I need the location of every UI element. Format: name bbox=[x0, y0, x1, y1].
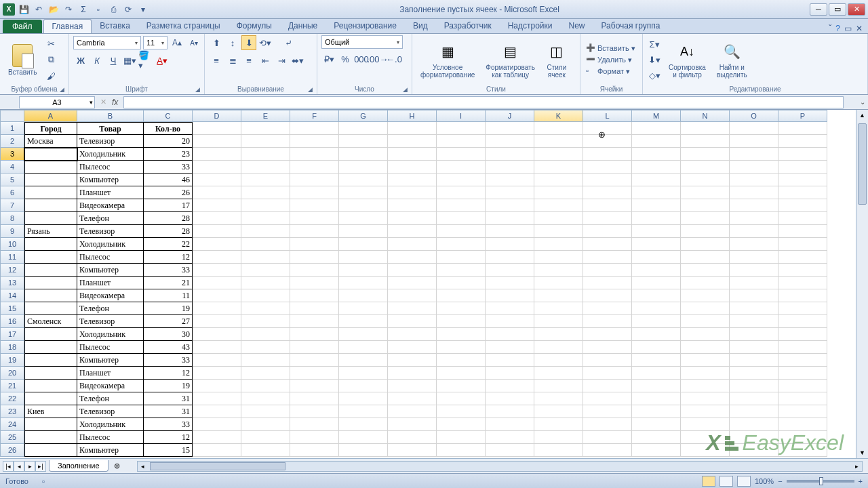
vertical-scrollbar[interactable]: ▲ ▼ bbox=[856, 110, 868, 458]
cell[interactable] bbox=[339, 380, 388, 392]
formula-input[interactable] bbox=[123, 96, 844, 108]
cell[interactable] bbox=[583, 225, 632, 238]
cell[interactable] bbox=[437, 135, 486, 148]
cell[interactable] bbox=[388, 302, 437, 315]
clear-icon[interactable]: ◇▾ bbox=[647, 68, 662, 83]
row-header[interactable]: 17 bbox=[0, 328, 24, 341]
cell[interactable] bbox=[778, 354, 827, 367]
qat-more-icon[interactable]: ▾ bbox=[137, 3, 149, 16]
cell[interactable] bbox=[339, 212, 388, 225]
cell[interactable] bbox=[486, 341, 534, 354]
row-header[interactable]: 18 bbox=[0, 341, 24, 354]
cell[interactable] bbox=[583, 135, 632, 148]
cell[interactable] bbox=[193, 392, 241, 405]
cell[interactable]: Товар bbox=[77, 122, 144, 135]
cell[interactable] bbox=[24, 199, 77, 212]
cell[interactable] bbox=[778, 289, 827, 302]
row-header[interactable]: 21 bbox=[0, 380, 24, 392]
restore-workbook-icon[interactable]: ▭ bbox=[844, 24, 852, 33]
cell[interactable] bbox=[24, 251, 77, 264]
cell[interactable] bbox=[632, 315, 681, 328]
fx-icon[interactable]: fx bbox=[112, 98, 118, 107]
cell[interactable] bbox=[388, 174, 437, 186]
cell[interactable] bbox=[437, 431, 486, 444]
cell[interactable] bbox=[534, 341, 583, 354]
cell[interactable] bbox=[778, 341, 827, 354]
cell[interactable]: Видеокамера bbox=[77, 199, 144, 212]
cell[interactable] bbox=[681, 341, 730, 354]
cell[interactable]: Телефон bbox=[77, 302, 144, 315]
row-header[interactable]: 15 bbox=[0, 302, 24, 315]
cell[interactable] bbox=[241, 341, 290, 354]
cell[interactable] bbox=[388, 212, 437, 225]
cell[interactable] bbox=[437, 367, 486, 380]
cell[interactable] bbox=[437, 174, 486, 186]
cell[interactable] bbox=[583, 277, 632, 289]
cell[interactable] bbox=[290, 277, 339, 289]
cell[interactable] bbox=[241, 289, 290, 302]
cell[interactable] bbox=[632, 341, 681, 354]
decrease-decimal-icon[interactable]: ←.0 bbox=[387, 52, 401, 66]
cell[interactable] bbox=[583, 199, 632, 212]
cell[interactable] bbox=[534, 431, 583, 444]
cell[interactable] bbox=[24, 212, 77, 225]
cell[interactable] bbox=[339, 418, 388, 431]
cell[interactable] bbox=[437, 302, 486, 315]
cell[interactable] bbox=[339, 315, 388, 328]
row-header[interactable]: 24 bbox=[0, 418, 24, 431]
row-header[interactable]: 4 bbox=[0, 161, 24, 174]
cell[interactable] bbox=[339, 199, 388, 212]
cell[interactable] bbox=[388, 367, 437, 380]
cell[interactable] bbox=[681, 135, 730, 148]
cell[interactable] bbox=[778, 225, 827, 238]
cell[interactable] bbox=[437, 277, 486, 289]
horizontal-scrollbar[interactable]: ◂ ▸ bbox=[137, 461, 863, 472]
cell[interactable] bbox=[583, 341, 632, 354]
cell[interactable] bbox=[486, 380, 534, 392]
cell[interactable] bbox=[778, 238, 827, 251]
cell[interactable] bbox=[241, 135, 290, 148]
cell[interactable] bbox=[388, 354, 437, 367]
cell[interactable] bbox=[730, 315, 778, 328]
font-size-combo[interactable]: 11▾ bbox=[143, 36, 167, 49]
hscroll-thumb[interactable] bbox=[150, 462, 285, 470]
cell[interactable] bbox=[632, 264, 681, 277]
row-header[interactable]: 11 bbox=[0, 251, 24, 264]
cell[interactable] bbox=[486, 186, 534, 199]
cell[interactable] bbox=[681, 238, 730, 251]
file-tab[interactable]: Файл bbox=[3, 20, 42, 33]
fill-icon[interactable]: ⬇▾ bbox=[647, 52, 662, 67]
cell[interactable] bbox=[778, 135, 827, 148]
autosum-icon[interactable]: Σ▾ bbox=[647, 37, 662, 52]
cut-icon[interactable]: ✂ bbox=[43, 36, 58, 51]
column-header[interactable]: B bbox=[77, 110, 144, 122]
cell[interactable] bbox=[339, 341, 388, 354]
cell[interactable] bbox=[730, 328, 778, 341]
cell[interactable] bbox=[778, 367, 827, 380]
cell[interactable] bbox=[534, 264, 583, 277]
cell[interactable] bbox=[339, 444, 388, 457]
cell[interactable] bbox=[290, 315, 339, 328]
cell[interactable] bbox=[534, 289, 583, 302]
cell[interactable]: Киев bbox=[24, 405, 77, 418]
cell[interactable]: 20 bbox=[144, 135, 193, 148]
cell[interactable] bbox=[388, 392, 437, 405]
open-icon[interactable]: 📂 bbox=[47, 3, 60, 16]
row-header[interactable]: 9 bbox=[0, 225, 24, 238]
cell[interactable]: 23 bbox=[144, 148, 193, 161]
row-header[interactable]: 13 bbox=[0, 277, 24, 289]
tab-вид[interactable]: Вид bbox=[405, 19, 436, 33]
align-center-icon[interactable]: ≣ bbox=[225, 53, 240, 68]
row-header[interactable]: 8 bbox=[0, 212, 24, 225]
cell[interactable] bbox=[583, 302, 632, 315]
cell[interactable] bbox=[583, 418, 632, 431]
insert-cells-button[interactable]: ➕Вставить ▾ bbox=[585, 43, 637, 54]
cell[interactable] bbox=[388, 315, 437, 328]
cell[interactable] bbox=[193, 264, 241, 277]
cell[interactable] bbox=[486, 251, 534, 264]
cell[interactable] bbox=[534, 418, 583, 431]
cell[interactable] bbox=[24, 341, 77, 354]
cell[interactable] bbox=[778, 444, 827, 457]
cell[interactable]: Пылесос bbox=[77, 161, 144, 174]
normal-view-button[interactable] bbox=[702, 476, 715, 487]
